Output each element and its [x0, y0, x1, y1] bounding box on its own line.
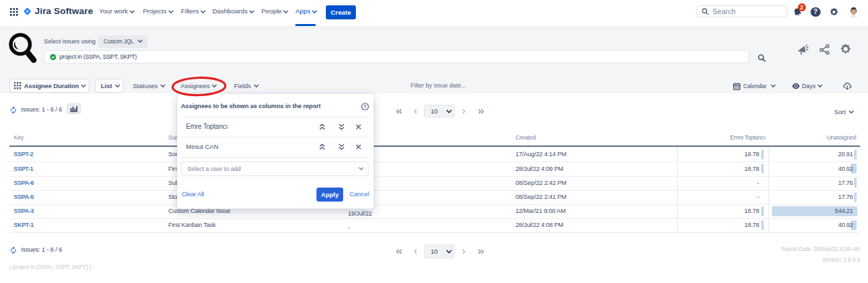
svg-text:?: ? — [364, 104, 367, 109]
